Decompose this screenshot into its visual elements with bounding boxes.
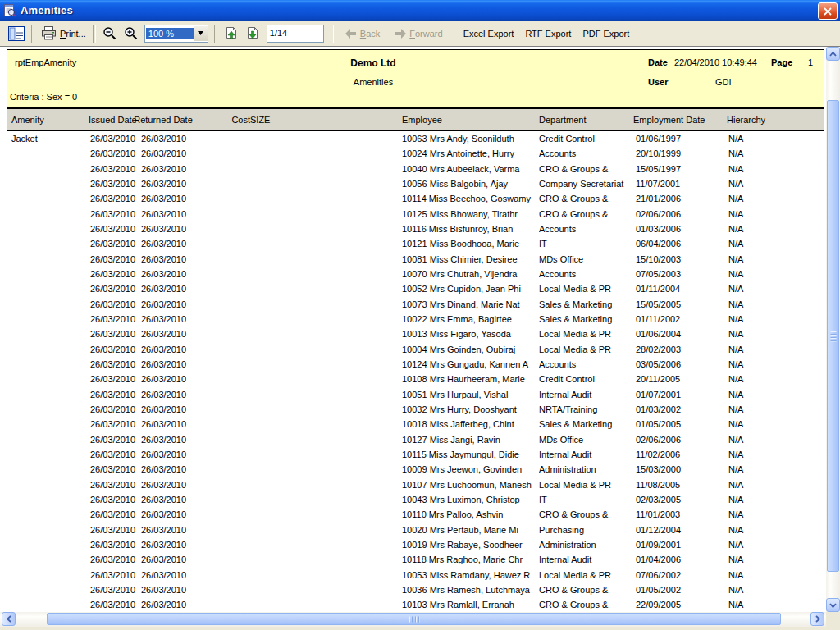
- cell-size: [250, 432, 316, 447]
- cell-employment-date: 01/04/2006: [636, 552, 726, 567]
- cell-employment-date: 01/05/2002: [636, 582, 726, 597]
- cell-amenity: [11, 568, 85, 582]
- cell-size: [250, 568, 316, 582]
- cell-returned-date: 26/03/2010: [141, 447, 192, 462]
- cell-employee: 10110 Mrs Palloo, Ashvin: [402, 507, 543, 522]
- cell-amenity: [11, 191, 85, 206]
- horizontal-scroll-thumb[interactable]: [47, 613, 781, 625]
- zoom-level-combobox[interactable]: 100 %: [144, 25, 208, 43]
- cell-amenity: [11, 252, 85, 267]
- date-label: Date: [648, 57, 668, 67]
- vertical-scroll-thumb[interactable]: [827, 100, 839, 572]
- cell-amenity: [11, 507, 85, 522]
- cell-department: MDs Office: [539, 432, 631, 447]
- print-button[interactable]: Print...: [38, 25, 89, 42]
- scroll-up-button[interactable]: [826, 47, 840, 61]
- horizontal-scrollbar[interactable]: [0, 612, 826, 627]
- cell-returned-date: 26/03/2010: [141, 281, 192, 296]
- chevron-right-icon: [815, 615, 820, 623]
- cell-returned-date: 26/03/2010: [141, 597, 192, 612]
- cell-department: MDs Office: [539, 252, 631, 267]
- vertical-scrollbar[interactable]: [826, 47, 840, 612]
- cell-issued-date: 26/03/2010: [90, 447, 141, 462]
- page-counter-input[interactable]: 1/14: [267, 25, 324, 43]
- combobox-dropdown-button[interactable]: [194, 26, 208, 41]
- cell-employee: 10125 Miss Bhowany, Tirathr: [402, 207, 543, 221]
- cell-size: [250, 267, 316, 281]
- column-header-cost: Cost: [204, 109, 250, 130]
- cell-amenity: [11, 326, 85, 341]
- cell-returned-date: 26/03/2010: [141, 387, 192, 402]
- cell-size: [250, 281, 316, 296]
- cell-amenity: Jacket: [11, 131, 85, 146]
- report-header: rptEmpAmenity Demo Ltd Amenities Date 22…: [7, 49, 824, 108]
- cell-cost: [204, 462, 250, 477]
- cell-employee: 10040 Mrs Aubeelack, Varma: [402, 162, 543, 176]
- cell-returned-date: 26/03/2010: [141, 372, 192, 386]
- cell-size: [250, 131, 316, 146]
- zoom-level-value: 100 %: [146, 28, 194, 39]
- cell-amenity: [11, 597, 85, 612]
- title-bar[interactable]: Amenities: [0, 0, 840, 21]
- cell-issued-date: 26/03/2010: [90, 582, 141, 597]
- cell-returned-date: 26/03/2010: [141, 146, 192, 161]
- cell-returned-date: 26/03/2010: [141, 191, 192, 206]
- pdf-export-button[interactable]: PDF Export: [577, 27, 635, 40]
- cell-amenity: [11, 146, 85, 161]
- cell-employee: 10032 Mrs Hurry, Dooshyant: [402, 402, 543, 417]
- cell-employee: 10020 Mrs Pertaub, Marie Mi: [402, 523, 543, 537]
- cell-amenity: [11, 372, 85, 386]
- cell-returned-date: 26/03/2010: [141, 552, 192, 567]
- close-button[interactable]: [818, 2, 838, 20]
- cell-cost: [204, 221, 250, 236]
- cell-cost: [204, 402, 250, 417]
- cell-employee: 10036 Mrs Ramesh, Lutchmaya: [402, 582, 543, 597]
- scroll-down-button[interactable]: [826, 598, 840, 612]
- cell-amenity: [11, 176, 85, 191]
- chevron-down-icon: [198, 31, 203, 35]
- cell-department: CRO & Groups &: [539, 207, 631, 221]
- cell-amenity: [11, 221, 85, 236]
- back-button[interactable]: Back: [342, 27, 383, 40]
- toolbar: Print... 100 %: [0, 21, 840, 47]
- cell-amenity: [11, 477, 85, 492]
- printer-icon: [41, 26, 57, 40]
- cell-cost: [204, 252, 250, 267]
- cell-size: [250, 417, 316, 431]
- cell-hierarchy: N/A: [728, 312, 794, 326]
- table-row: 26/03/2010 26/03/2010 10103 Mrs Ramlall,…: [7, 597, 824, 612]
- cell-employee: 10127 Miss Jangi, Ravin: [402, 432, 543, 447]
- table-row: 26/03/2010 26/03/2010 10019 Mrs Rabaye, …: [7, 537, 824, 552]
- cell-cost: [204, 447, 250, 462]
- rtf-export-button[interactable]: RTF Export: [519, 27, 577, 40]
- group-tree-toggle-button[interactable]: [5, 25, 28, 43]
- forward-button[interactable]: Forward: [391, 27, 445, 40]
- cell-department: CRO & Groups &: [539, 582, 631, 597]
- cell-department: CRO & Groups &: [539, 597, 631, 612]
- cell-employment-date: 11/07/2001: [636, 176, 726, 191]
- scroll-left-button[interactable]: [2, 612, 16, 626]
- column-header-amenity: Amenity: [11, 109, 85, 130]
- cell-amenity: [11, 236, 85, 251]
- zoom-out-button[interactable]: [99, 25, 121, 43]
- cell-department: Sales & Marketing: [539, 417, 631, 431]
- cell-amenity: [11, 312, 85, 326]
- column-header-department: Department: [539, 109, 629, 130]
- next-page-button[interactable]: [242, 25, 263, 43]
- zoom-in-button[interactable]: [121, 25, 142, 43]
- table-row: 26/03/2010 26/03/2010 10115 Miss Jaymung…: [7, 447, 824, 462]
- scroll-right-button[interactable]: [810, 612, 824, 626]
- cell-cost: [204, 568, 250, 582]
- cell-department: Sales & Marketing: [539, 297, 631, 312]
- cell-issued-date: 26/03/2010: [90, 191, 141, 206]
- table-row: 26/03/2010 26/03/2010 10052 Mrs Cupidon,…: [7, 281, 824, 296]
- cell-cost: [204, 162, 250, 176]
- cell-employment-date: 01/06/2004: [636, 326, 726, 341]
- cell-department: Internal Audit: [539, 387, 631, 402]
- cell-employment-date: 15/05/1997: [636, 162, 726, 176]
- table-row: 26/03/2010 26/03/2010 10108 Mrs Haurheer…: [7, 372, 824, 386]
- cell-department: Accounts: [539, 221, 631, 236]
- previous-page-button[interactable]: [221, 25, 242, 43]
- cell-cost: [204, 236, 250, 251]
- excel-export-button[interactable]: Excel Export: [458, 27, 520, 40]
